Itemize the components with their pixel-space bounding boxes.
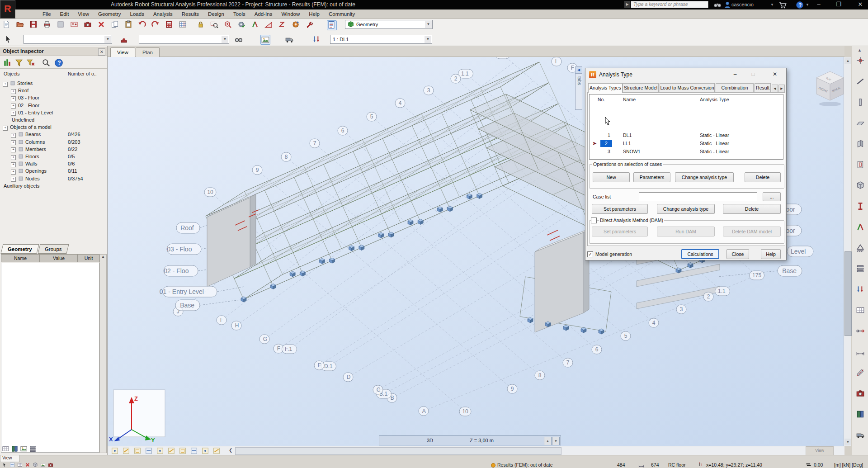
case-list-input[interactable]: [639, 192, 757, 201]
redo-icon[interactable]: [151, 20, 160, 29]
tab-view[interactable]: View: [110, 47, 135, 57]
col-value[interactable]: Value: [40, 254, 78, 262]
snap-ruler-icon[interactable]: [190, 447, 198, 454]
case-row-SNOW1[interactable]: 3 SNOW1 Static - Linear: [590, 147, 783, 156]
calc-table-icon[interactable]: [179, 20, 188, 29]
scroll-up-icon[interactable]: ▲: [844, 57, 851, 64]
dam-checkbox[interactable]: [591, 217, 597, 223]
expand-icon[interactable]: +: [11, 96, 16, 101]
units-indicator[interactable]: [m] [kN] [Deg]: [834, 462, 863, 468]
filter-z-icon[interactable]: [26, 58, 35, 67]
slope-icon[interactable]: [264, 20, 274, 29]
help-button[interactable]: Help: [761, 249, 781, 259]
ibeam-icon[interactable]: [856, 202, 865, 211]
print-icon[interactable]: [43, 20, 52, 29]
column-icon[interactable]: [856, 98, 865, 107]
cut-mode-icon[interactable]: [25, 462, 31, 468]
restore-button[interactable]: ❐: [832, 0, 845, 9]
property-grid-scrollbar[interactable]: ▲: [99, 254, 107, 453]
search-go-icon[interactable]: ▶: [624, 1, 630, 8]
menu-window[interactable]: Window: [277, 10, 304, 17]
change-analysis-type-button[interactable]: Change analysis type: [657, 204, 715, 214]
col-unit[interactable]: Unit: [78, 254, 99, 262]
expand-icon[interactable]: +: [11, 89, 16, 94]
load-case-selector[interactable]: 1 : DL1 ▼: [330, 35, 432, 44]
dialog-tab-analysis-types[interactable]: Analysis Types: [588, 83, 623, 93]
community-search-icon[interactable]: [713, 1, 722, 9]
signed-in-user[interactable]: cascencio: [731, 2, 754, 7]
angle-icon[interactable]: [278, 20, 287, 29]
verify-icon[interactable]: [237, 20, 246, 29]
dialog-minimize-icon[interactable]: –: [729, 70, 741, 79]
delete-button[interactable]: Delete: [745, 172, 781, 182]
snap-node-icon[interactable]: [111, 447, 118, 454]
solid-mode-icon[interactable]: [33, 462, 38, 468]
new-file-icon[interactable]: [2, 20, 11, 29]
zoom-plus-icon[interactable]: [224, 20, 233, 29]
expand-icon[interactable]: +: [11, 162, 16, 167]
delete-icon[interactable]: [97, 20, 106, 29]
snap-mid-icon[interactable]: [134, 447, 141, 454]
book-icon[interactable]: [856, 410, 865, 419]
snap-layers-icon[interactable]: [202, 447, 209, 454]
tab-scroll-right-icon[interactable]: ▶: [778, 85, 785, 92]
calculator-icon[interactable]: [165, 20, 174, 29]
close-button[interactable]: ✕: [854, 0, 867, 9]
opening-icon[interactable]: [856, 160, 865, 169]
layout-c-icon[interactable]: [20, 445, 28, 453]
snap-grid-icon[interactable]: [123, 447, 130, 454]
tab-scroll-left-icon[interactable]: ◀: [772, 85, 778, 92]
snap-perp-icon[interactable]: [156, 447, 164, 454]
story-icon[interactable]: [856, 264, 865, 273]
grid-mode-icon[interactable]: [17, 462, 23, 468]
panel-close-icon[interactable]: ✕: [98, 48, 105, 56]
user-dropdown-icon[interactable]: ▼: [770, 3, 774, 7]
close-button[interactable]: Close: [726, 249, 749, 259]
solid-icon[interactable]: [856, 181, 865, 190]
section-definition-icon[interactable]: [251, 20, 260, 29]
menu-analysis[interactable]: Analysis: [149, 10, 177, 17]
tab-groups[interactable]: Groups: [38, 244, 69, 254]
load-case-icon[interactable]: [856, 285, 865, 294]
pointer-tool-icon[interactable]: [4, 35, 13, 44]
preferences-wrench-icon[interactable]: [305, 20, 314, 29]
stories-filter-icon[interactable]: [3, 58, 12, 67]
case-list-browse-button[interactable]: ...: [763, 192, 781, 201]
combo-arrow-icon[interactable]: ▼: [104, 36, 111, 43]
expand-icon[interactable]: +: [3, 126, 8, 131]
lock-icon[interactable]: [197, 20, 206, 29]
print-preview-icon[interactable]: [57, 20, 66, 29]
snap-lock-icon[interactable]: [213, 447, 220, 454]
node-selection-combo[interactable]: ▼: [24, 35, 112, 44]
calculations-button[interactable]: Calculations: [681, 249, 719, 259]
snap-magnet-icon[interactable]: [179, 447, 186, 454]
menu-results[interactable]: Results: [177, 10, 203, 17]
zoom-window-icon[interactable]: [210, 20, 219, 29]
tab-geometry[interactable]: Geometry: [0, 244, 39, 254]
dialog-title-bar[interactable]: R Analysis Type – □ ✕: [585, 68, 786, 81]
filter-y-icon[interactable]: [14, 58, 24, 67]
tab-plan[interactable]: Plan: [136, 47, 160, 57]
dialog-tab-result[interactable]: Result: [755, 83, 771, 93]
expand-icon[interactable]: +: [11, 177, 16, 182]
menu-file[interactable]: File: [38, 10, 56, 17]
change-analysis-type-button[interactable]: Change analysis type: [675, 172, 734, 182]
model-generation-checkbox[interactable]: ✓: [587, 251, 593, 257]
bar-icon[interactable]: [856, 77, 865, 86]
dialog-tab-combination-sign[interactable]: Combination Sign: [716, 83, 754, 93]
section-definition-icon[interactable]: [856, 222, 865, 232]
help-dropdown-icon[interactable]: ▼: [806, 3, 809, 7]
menu-view[interactable]: View: [73, 10, 94, 17]
copy-icon[interactable]: [111, 20, 120, 29]
view-glasses-icon[interactable]: [234, 35, 243, 44]
floor-icon[interactable]: [856, 118, 865, 128]
expand-icon[interactable]: +: [11, 140, 16, 145]
report-icon[interactable]: [327, 20, 337, 30]
expand-icon[interactable]: +: [11, 170, 16, 175]
level-indicator[interactable]: Z = 3,00 m: [470, 438, 494, 443]
col-name[interactable]: Name: [1, 254, 40, 262]
help-icon[interactable]: ?: [54, 58, 63, 67]
vertical-scrollbar[interactable]: ▲ ▼: [844, 57, 851, 446]
view-mode-icon[interactable]: [9, 462, 15, 468]
menu-addins[interactable]: Add-Ins: [250, 10, 277, 17]
